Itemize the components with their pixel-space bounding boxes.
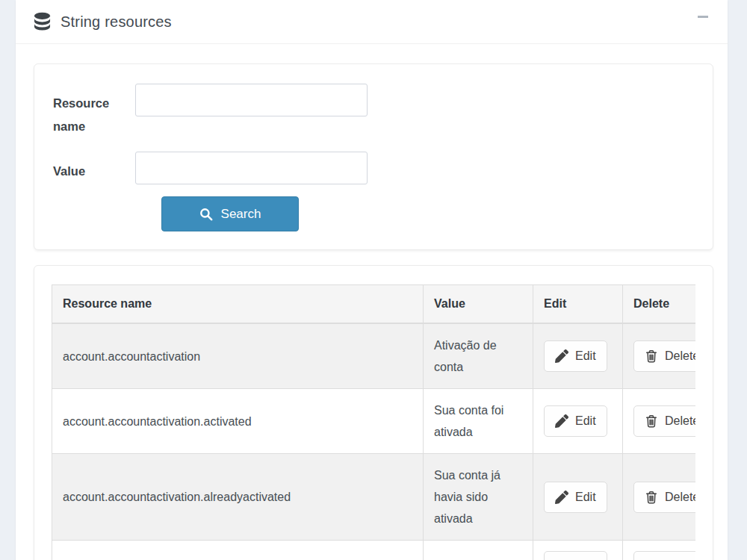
search-form-card: Resource name Value Search: [34, 63, 713, 250]
edit-cell: Edit: [533, 454, 623, 541]
col-header-value: Value: [424, 285, 533, 324]
delete-button[interactable]: Delete: [633, 482, 695, 513]
trash-icon: [645, 349, 658, 363]
delete-button-label: Delete: [665, 349, 695, 363]
delete-cell: Delete: [623, 389, 696, 454]
value-input[interactable]: [135, 152, 368, 184]
delete-cell: Delete: [623, 454, 696, 541]
edit-cell: Edit: [533, 389, 623, 454]
page-title: String resources: [61, 13, 172, 31]
edit-cell: Edit: [533, 541, 623, 560]
resource-name-cell: account.accountactivation.activated: [52, 389, 424, 454]
edit-button-label: Edit: [575, 491, 596, 504]
pencil-icon: [555, 414, 568, 428]
col-header-resource-name: Resource name: [52, 285, 424, 324]
string-resources-table: Resource name Value Edit Delete account.…: [52, 284, 695, 560]
pencil-icon: [555, 491, 568, 504]
trash-icon: [645, 491, 658, 504]
pencil-icon: [555, 349, 568, 363]
resource-name-input[interactable]: [135, 84, 368, 116]
edit-button[interactable]: Edit: [544, 482, 607, 513]
resource-name-cell: account.accountactivation.alreadyactivat…: [52, 454, 424, 541]
database-icon: [34, 12, 51, 31]
delete-button[interactable]: Delete: [633, 405, 695, 437]
table-row: EditDelete: [52, 541, 696, 560]
delete-button-label: Delete: [665, 491, 695, 504]
trash-icon: [645, 414, 658, 428]
table-clip-region: Resource name Value Edit Delete account.…: [52, 284, 695, 560]
resource-name-field-row: Resource name: [53, 84, 694, 138]
search-button[interactable]: Search: [161, 196, 299, 231]
delete-cell: Delete: [623, 541, 696, 560]
search-button-label: Search: [221, 207, 261, 222]
value-cell: [424, 541, 533, 560]
value-cell: Sua conta já havia sido ativada: [424, 454, 533, 541]
value-field-row: Value: [53, 152, 694, 184]
value-cell: Ativação de conta: [424, 323, 533, 389]
delete-button[interactable]: Delete: [633, 551, 695, 560]
col-header-edit: Edit: [533, 285, 623, 324]
edit-button[interactable]: Edit: [544, 551, 607, 560]
results-card: Resource name Value Edit Delete account.…: [34, 265, 713, 560]
value-label: Value: [53, 152, 135, 184]
panel-body: Resource name Value Search: [16, 44, 728, 560]
edit-button-label: Edit: [575, 414, 596, 428]
resource-name-cell: account.accountactivation: [52, 323, 424, 389]
delete-button[interactable]: Delete: [633, 340, 695, 372]
value-cell: Sua conta foi ativada: [424, 389, 533, 454]
string-resources-panel: String resources Resource name Value Sea…: [16, 0, 728, 560]
resource-name-cell: [52, 541, 424, 560]
table-header-row: Resource name Value Edit Delete: [52, 285, 696, 324]
edit-cell: Edit: [533, 323, 623, 389]
table-row: account.accountactivation.activatedSua c…: [52, 389, 696, 454]
edit-button[interactable]: Edit: [544, 405, 607, 437]
panel-header: String resources: [16, 0, 728, 44]
delete-button-label: Delete: [665, 414, 695, 428]
resource-name-label: Resource name: [53, 84, 135, 138]
delete-cell: Delete: [623, 323, 696, 389]
edit-button-label: Edit: [575, 349, 596, 363]
minus-icon: [698, 16, 708, 18]
table-row: account.accountactivation.alreadyactivat…: [52, 454, 696, 541]
search-icon: [199, 208, 213, 221]
col-header-delete: Delete: [623, 285, 696, 324]
table-row: account.accountactivationAtivação de con…: [52, 323, 696, 389]
collapse-button[interactable]: [695, 10, 711, 23]
edit-button[interactable]: Edit: [544, 340, 607, 372]
